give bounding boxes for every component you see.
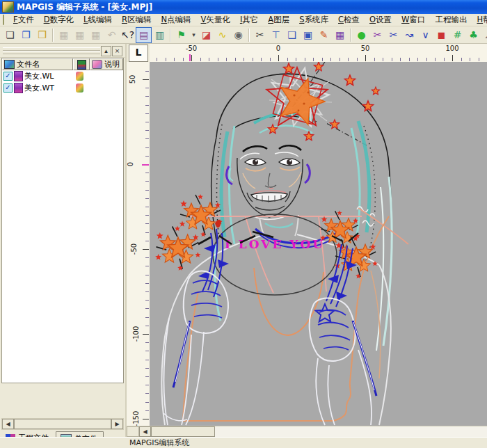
- palette-icon[interactable]: [3, 15, 4, 25]
- v-ruler-label: 0: [127, 162, 134, 166]
- file-name-label[interactable]: 美女.WL: [24, 71, 54, 81]
- h-ruler-tick: [330, 58, 331, 61]
- panel-close-button[interactable]: ×: [112, 46, 122, 56]
- save-all-icon[interactable]: ▦: [88, 27, 104, 43]
- scroll-right-arrow[interactable]: ▶: [111, 419, 123, 429]
- v-ruler-tick: [145, 308, 149, 309]
- canvas-scroll-left-arrow[interactable]: ◀: [139, 426, 151, 437]
- file-visible-checkbox[interactable]: ✓: [3, 83, 13, 93]
- menu-item-H[interactable]: H帮助: [472, 14, 487, 26]
- menu-item-R[interactable]: R区编辑: [117, 14, 157, 26]
- v-ruler-tick: [143, 334, 149, 335]
- highlight-icon[interactable]: ∿: [214, 27, 230, 43]
- canvas-horizontal-scrollbar[interactable]: ◀: [127, 426, 487, 437]
- v-ruler-tick: [143, 79, 149, 80]
- gripper-line: [3, 51, 100, 54]
- menu-item-N[interactable]: N点编辑: [156, 14, 195, 26]
- erase-label-icon[interactable]: ◪: [198, 27, 214, 43]
- toolbar-separator: [248, 29, 250, 42]
- h-ruler-tick: [392, 58, 392, 61]
- v-ruler-tick: [145, 266, 149, 266]
- menu-item-A[interactable]: A图层: [263, 14, 294, 26]
- status-bar: MAPGIS编辑系统: [0, 437, 487, 448]
- canvas-scroll-thumb[interactable]: [151, 426, 215, 437]
- grid-edit-icon[interactable]: #: [449, 27, 465, 43]
- ruler-origin-button[interactable]: L: [129, 45, 148, 62]
- layer-state-icon[interactable]: [76, 83, 83, 93]
- print-icon[interactable]: ▥: [152, 27, 168, 43]
- splitter-handle[interactable]: [127, 426, 139, 437]
- v-ruler-tick: [145, 105, 149, 106]
- map-canvas[interactable]: I LOVE YOU: [150, 62, 487, 426]
- v-ruler-label: 50: [129, 75, 136, 84]
- menu-item-V[interactable]: V矢量化: [196, 14, 235, 26]
- h-ruler-tick: [200, 58, 201, 61]
- copy-icon[interactable]: ❑: [284, 27, 300, 43]
- menu-item-工程输出[interactable]: 工程输出: [430, 14, 472, 26]
- new-file-icon[interactable]: ❏: [2, 27, 18, 43]
- file-visible-checkbox[interactable]: ✓: [3, 72, 13, 81]
- menu-item-C[interactable]: C检查: [333, 14, 365, 26]
- panel-horizontal-scrollbar[interactable]: ◀ ▶: [1, 418, 124, 430]
- v-ruler-tick: [145, 190, 149, 191]
- panel-gripper[interactable]: ▴ ×: [0, 44, 125, 58]
- menu-item-F[interactable]: F文件: [8, 14, 39, 26]
- menu-item-W[interactable]: W窗口: [397, 14, 430, 26]
- context-help-icon[interactable]: ↖?: [120, 27, 136, 43]
- h-ruler-label: 50: [361, 45, 370, 52]
- menu-item-D[interactable]: D数字化: [39, 14, 79, 26]
- menu-item-S[interactable]: S系统库: [294, 14, 333, 26]
- save-project-icon[interactable]: ▦: [72, 27, 88, 43]
- print-preview-icon[interactable]: ▤: [136, 27, 152, 43]
- save-icon[interactable]: ▦: [56, 27, 72, 43]
- menu-item-O[interactable]: O设置: [365, 14, 397, 26]
- v-ruler-tick: [145, 410, 149, 411]
- h-ruler-label: 0: [276, 45, 280, 52]
- h-ruler-tick: [313, 58, 314, 61]
- h-ruler-position-marker: [189, 54, 191, 61]
- scroll-left-arrow[interactable]: ◀: [2, 419, 14, 429]
- menu-item-L[interactable]: L线编辑: [79, 14, 117, 26]
- v-ruler-tick: [145, 326, 149, 326]
- h-ruler-tick: [409, 58, 410, 61]
- h-ruler-tick: [444, 58, 445, 61]
- arc-arrow-icon[interactable]: ↝: [401, 27, 417, 43]
- file-row[interactable]: ✓美女.WT: [2, 82, 123, 94]
- flag-dropdown-icon[interactable]: ▾: [189, 27, 198, 43]
- v-ruler-position-marker: [142, 164, 149, 166]
- h-ruler-tick: [452, 55, 453, 61]
- v-ruler-tick: [145, 122, 149, 122]
- column-header-state[interactable]: [73, 58, 90, 70]
- column-header-description[interactable]: 说明: [90, 58, 123, 70]
- layer-state-icon[interactable]: [76, 72, 83, 81]
- cut-icon[interactable]: ✂: [252, 27, 268, 43]
- fill-edit-icon[interactable]: ◼: [433, 27, 449, 43]
- polyline-icon[interactable]: ∨: [417, 27, 433, 43]
- v-ruler-tick: [145, 342, 149, 343]
- move-node-icon[interactable]: ⊤: [268, 27, 284, 43]
- h-ruler-tick: [226, 58, 227, 61]
- toolbar-separator: [350, 29, 351, 42]
- v-ruler-label: -100: [132, 326, 140, 342]
- flag-icon[interactable]: ⚑: [173, 27, 189, 43]
- edit-note-icon[interactable]: ✎: [316, 27, 332, 43]
- clip-line-icon[interactable]: ✂: [385, 27, 401, 43]
- v-ruler-tick: [143, 249, 149, 250]
- clip-region-icon[interactable]: ✂: [369, 27, 385, 43]
- panel-collapse-button[interactable]: ▴: [101, 46, 111, 56]
- new-project-icon[interactable]: ❐: [18, 27, 34, 43]
- edit-table-icon[interactable]: ▦: [332, 27, 348, 43]
- attribute-browse-icon[interactable]: ◉: [230, 27, 246, 43]
- file-row[interactable]: ✓美女.WL: [2, 70, 123, 82]
- scroll-thumb[interactable]: [14, 419, 111, 429]
- open-file-icon[interactable]: ❒: [34, 27, 50, 43]
- file-name-label[interactable]: 美女.WT: [24, 83, 54, 93]
- undo-icon[interactable]: ↶: [104, 27, 120, 43]
- lasso-icon[interactable]: ☁: [481, 27, 487, 43]
- region-fill-icon[interactable]: ●: [353, 27, 369, 43]
- v-ruler-tick: [145, 402, 149, 403]
- area-edit-icon[interactable]: ♣: [465, 27, 481, 43]
- column-header-filename[interactable]: 文件名: [2, 58, 73, 70]
- menu-item-I[interactable]: I其它: [235, 14, 263, 26]
- paste-icon[interactable]: ▣: [300, 27, 316, 43]
